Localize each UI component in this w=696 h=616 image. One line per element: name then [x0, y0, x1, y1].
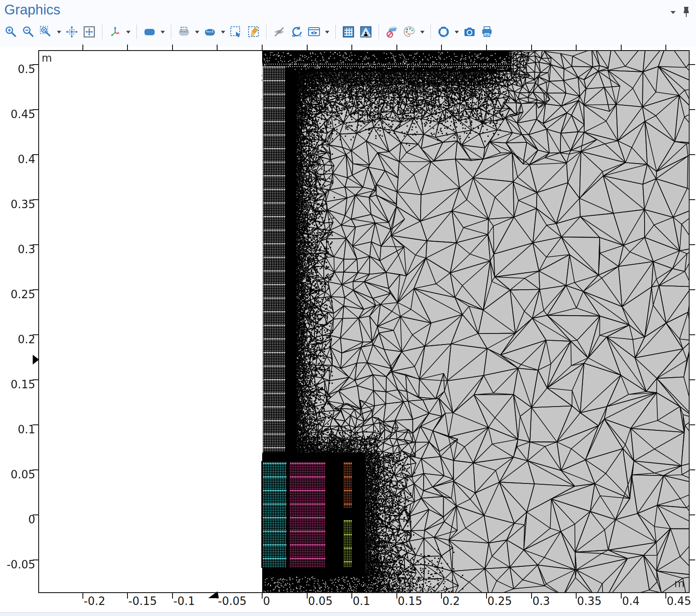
toolbar-separator — [136, 25, 137, 39]
image-capture-button[interactable] — [202, 24, 218, 40]
remove-plot-button[interactable] — [384, 24, 399, 40]
color-palette-button[interactable] — [402, 24, 417, 40]
y-tick-label: 0.1 — [0, 423, 35, 436]
print-button[interactable] — [479, 24, 495, 40]
y-tick-right — [690, 289, 695, 290]
x-tick — [307, 593, 308, 599]
y-tick-label: 0.45 — [0, 108, 35, 121]
show-grid-icon — [342, 25, 355, 38]
y-tick-right — [690, 334, 695, 335]
x-tick — [82, 593, 83, 599]
x-tick — [576, 593, 577, 599]
panel-window-controls — [670, 6, 690, 19]
zoom-to-selection-button[interactable] — [82, 24, 97, 40]
y-tick-right — [690, 64, 695, 65]
y-tick-label: 0.4 — [0, 153, 35, 166]
y-axis-unit-label: m — [42, 52, 52, 64]
y-tick-label: 0.05 — [0, 468, 35, 481]
x-tick — [172, 593, 173, 599]
x-tick — [441, 593, 442, 599]
x-tick-top — [621, 45, 622, 50]
select-entities-button[interactable] — [228, 24, 243, 40]
scene-light-icon — [437, 25, 450, 38]
zoom-box-icon — [40, 25, 52, 38]
view-orientation-button[interactable] — [108, 24, 123, 40]
graphics-toolbar — [3, 22, 495, 42]
x-tick — [396, 593, 397, 599]
x-tick — [621, 593, 622, 599]
show-mesh-button[interactable] — [358, 24, 373, 40]
y-tick-label: 0.15 — [0, 378, 35, 391]
x-tick-top — [351, 45, 352, 50]
y-tick-right — [690, 469, 695, 470]
x-tick-top — [396, 45, 397, 50]
x-tick-top — [127, 45, 128, 50]
x-tick-label: 0.05 — [308, 595, 333, 608]
toolbar-separator — [335, 25, 336, 39]
x-tick-label: 0.2 — [442, 595, 460, 608]
bottom-panel-edge — [0, 612, 696, 616]
zoom-to-selection-icon — [83, 25, 96, 38]
y-tick-label: 0.3 — [0, 243, 35, 256]
x-tick-label: -0.15 — [128, 595, 157, 608]
reset-hiding-button[interactable] — [289, 24, 304, 40]
show-grid-button[interactable] — [341, 24, 356, 40]
x-tick — [486, 593, 487, 599]
hide-objects-icon — [273, 25, 286, 38]
y-tick-right — [690, 109, 695, 110]
reset-hiding-icon — [290, 25, 303, 38]
snapshot-button[interactable] — [462, 24, 477, 40]
chevron-down-icon[interactable] — [670, 9, 676, 15]
y-tick-right — [690, 424, 695, 425]
x-tick — [531, 593, 532, 599]
x-tick-label: 0.1 — [353, 595, 370, 608]
zoom-in-button[interactable] — [3, 24, 19, 40]
dropdown-arrow-icon[interactable] — [419, 24, 425, 40]
dropdown-arrow-icon[interactable] — [324, 24, 330, 40]
x-axis-unit-label: m — [674, 577, 685, 590]
dropdown-arrow-icon[interactable] — [56, 24, 62, 40]
y-tick-right — [690, 514, 695, 515]
panel-title: Graphics — [4, 2, 60, 18]
image-export-icon — [178, 25, 190, 38]
hide-objects-button[interactable] — [272, 24, 287, 40]
dropdown-arrow-icon[interactable] — [453, 24, 460, 40]
x-tick-label: 0.45 — [667, 595, 691, 608]
y-tick-right — [690, 154, 695, 155]
x-tick-top — [441, 45, 442, 50]
graphics-canvas[interactable] — [39, 51, 689, 592]
y-tick-label: -0.05 — [0, 558, 35, 571]
clear-selection-button[interactable] — [246, 24, 261, 40]
x-tick-label: -0.1 — [173, 595, 195, 608]
x-tick-label: 0.15 — [398, 595, 422, 608]
dropdown-arrow-icon[interactable] — [220, 24, 226, 40]
x-tick-top — [531, 45, 532, 50]
zoom-extents-button[interactable] — [64, 24, 79, 40]
dropdown-arrow-icon[interactable] — [159, 24, 166, 40]
zoom-out-button[interactable] — [21, 24, 36, 40]
x-tick — [351, 593, 352, 599]
scene-light-button[interactable] — [436, 24, 451, 40]
x-tick-top — [486, 45, 487, 50]
x-tick — [665, 593, 666, 599]
pin-icon[interactable] — [682, 6, 690, 19]
x-tick — [127, 593, 128, 599]
zoom-box-button[interactable] — [38, 24, 54, 40]
dropdown-arrow-icon[interactable] — [194, 24, 200, 40]
y-tick-right — [690, 199, 695, 200]
default-view-icon — [143, 25, 156, 38]
toolbar-separator — [266, 25, 266, 39]
toolbar-separator — [379, 25, 379, 39]
color-palette-icon — [403, 25, 416, 38]
y-tick-label: 0.5 — [0, 63, 35, 76]
default-view-button[interactable] — [142, 24, 157, 40]
x-tick-top — [576, 45, 577, 50]
dropdown-arrow-icon[interactable] — [125, 24, 131, 40]
x-tick-label: -0.05 — [218, 595, 246, 608]
x-tick-label: 0.3 — [532, 595, 550, 608]
image-export-button[interactable] — [176, 24, 192, 40]
zoom-extents-icon — [65, 25, 78, 38]
view-hidden-button[interactable] — [306, 24, 322, 40]
x-tick-label: 0 — [263, 595, 270, 608]
x-tick — [262, 593, 263, 599]
